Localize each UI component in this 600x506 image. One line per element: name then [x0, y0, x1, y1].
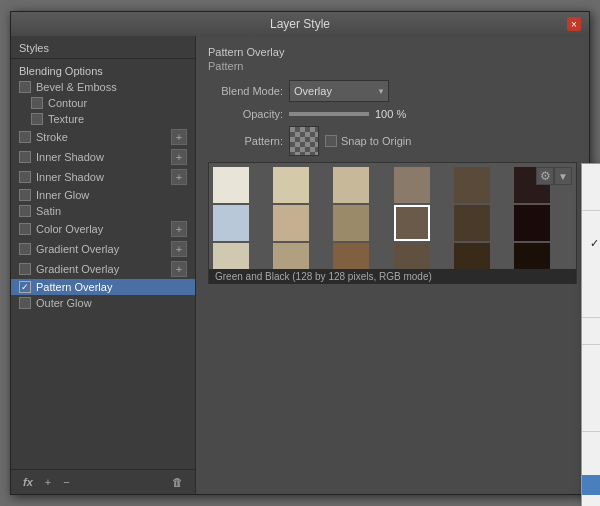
snap-checkbox[interactable] [325, 135, 337, 147]
satin-checkbox[interactable] [19, 205, 31, 217]
blend-mode-select[interactable]: Overlay Normal Multiply [289, 80, 389, 102]
pattern-cell-8[interactable] [273, 205, 309, 241]
add-layer-style-button[interactable]: + [41, 474, 55, 490]
remove-layer-style-button[interactable]: − [59, 474, 73, 490]
menu-separator-1 [582, 210, 600, 211]
pattern-cell-9[interactable] [333, 205, 369, 241]
satin-item[interactable]: Satin [11, 203, 195, 219]
layer-style-window: Layer Style × Styles Blending Options Be… [10, 11, 590, 495]
pattern-overlay-item[interactable]: ✓ Pattern Overlay [11, 279, 195, 295]
inner-glow-item[interactable]: Inner Glow [11, 187, 195, 203]
pattern-cell-10[interactable] [394, 205, 430, 241]
snap-label: Snap to Origin [341, 135, 411, 147]
gradient-overlay-add-button[interactable]: + [171, 241, 187, 257]
menu-color-paper[interactable]: Color Paper [582, 475, 600, 495]
pattern-grid-area: ⚙ ▼ [208, 162, 577, 284]
gradient-overlay-checkbox[interactable] [19, 243, 31, 255]
pattern-cell-5[interactable] [454, 167, 490, 203]
color-overlay-item[interactable]: Color Overlay + [11, 219, 195, 239]
pattern-overlay-checkbox[interactable]: ✓ [19, 281, 31, 293]
small-thumbnail-check: ✓ [590, 237, 599, 250]
pattern-tooltip: Green and Black (128 by 128 pixels, RGB … [209, 269, 576, 284]
menu-text-only[interactable]: Text Only [582, 214, 600, 234]
pattern-cell-2[interactable] [273, 167, 309, 203]
opacity-value: 100 % [375, 108, 410, 120]
blend-mode-select-wrapper: Overlay Normal Multiply [289, 80, 389, 102]
right-panel: Pattern Overlay Pattern Blend Mode: Over… [196, 36, 589, 494]
menu-reset-patterns[interactable]: Reset Patterns... [582, 348, 600, 368]
window-title: Layer Style [33, 17, 567, 31]
texture-checkbox[interactable] [31, 113, 43, 125]
opacity-row: Opacity: 100 % [208, 108, 577, 120]
bevel-emboss-checkbox[interactable] [19, 81, 31, 93]
blend-mode-label: Blend Mode: [208, 85, 283, 97]
panel-title: Pattern Overlay [208, 46, 577, 58]
close-button[interactable]: × [567, 17, 581, 31]
texture-item[interactable]: Texture [11, 111, 195, 127]
context-menu: Rename Pattern... Delete Pattern Text On… [581, 163, 600, 506]
opacity-slider-fill [289, 112, 369, 116]
pattern-cell-3[interactable] [333, 167, 369, 203]
gradient-overlay-2-item[interactable]: Gradient Overlay + [11, 259, 195, 279]
pattern-cell-7[interactable] [213, 205, 249, 241]
menu-large-list[interactable]: Large List [582, 294, 600, 314]
inner-shadow-1-checkbox[interactable] [19, 151, 31, 163]
menu-artists-brushes-canvas[interactable]: Artists Brushes Canvas [582, 455, 600, 475]
inner-shadow-2-add-button[interactable]: + [171, 169, 187, 185]
pattern-cell-11[interactable] [454, 205, 490, 241]
content-area: Styles Blending Options Bevel & Emboss C… [11, 36, 589, 494]
inner-shadow-2-checkbox[interactable] [19, 171, 31, 183]
color-overlay-add-button[interactable]: + [171, 221, 187, 237]
pattern-cell-12[interactable] [514, 205, 550, 241]
menu-replace-patterns[interactable]: Replace Patterns... [582, 408, 600, 428]
delete-layer-style-button[interactable]: 🗑 [168, 474, 187, 490]
stroke-add-button[interactable]: + [171, 129, 187, 145]
inner-glow-checkbox[interactable] [19, 189, 31, 201]
gradient-overlay-item[interactable]: Gradient Overlay + [11, 239, 195, 259]
gradient-overlay-2-checkbox[interactable] [19, 263, 31, 275]
pattern-scroll-button[interactable]: ▼ [554, 167, 572, 185]
menu-small-thumbnail[interactable]: ✓ Small Thumbnail [582, 234, 600, 254]
pattern-grid [213, 167, 572, 279]
panel-subtitle: Pattern [208, 60, 577, 72]
styles-header: Styles [11, 36, 195, 59]
pattern-label: Pattern: [208, 135, 283, 147]
menu-delete-pattern[interactable]: Delete Pattern [582, 187, 600, 207]
blending-options-item[interactable]: Blending Options [11, 63, 195, 79]
contour-item[interactable]: Contour [11, 95, 195, 111]
inner-shadow-2-item[interactable]: Inner Shadow + [11, 167, 195, 187]
outer-glow-item[interactable]: Outer Glow [11, 295, 195, 311]
menu-separator-4 [582, 431, 600, 432]
blend-mode-row: Blend Mode: Overlay Normal Multiply [208, 80, 577, 102]
inner-shadow-1-item[interactable]: Inner Shadow + [11, 147, 195, 167]
bevel-emboss-item[interactable]: Bevel & Emboss [11, 79, 195, 95]
pattern-gear-button[interactable]: ⚙ [536, 167, 554, 185]
pattern-row: Pattern: Snap to Origin [208, 126, 577, 156]
gradient-overlay-2-add-button[interactable]: + [171, 261, 187, 277]
snap-checkbox-group: Snap to Origin [325, 135, 411, 147]
stroke-item[interactable]: Stroke + [11, 127, 195, 147]
color-overlay-checkbox[interactable] [19, 223, 31, 235]
left-panel-footer: fx + − 🗑 [11, 469, 195, 494]
stroke-checkbox[interactable] [19, 131, 31, 143]
menu-load-patterns[interactable]: Load Patterns... [582, 368, 600, 388]
opacity-label: Opacity: [208, 108, 283, 120]
menu-separator-2 [582, 317, 600, 318]
inner-shadow-1-add-button[interactable]: + [171, 149, 187, 165]
fx-button[interactable]: fx [19, 474, 37, 490]
opacity-slider[interactable] [289, 112, 369, 116]
pattern-cell-1[interactable] [213, 167, 249, 203]
menu-save-patterns[interactable]: Save Patterns... [582, 388, 600, 408]
menu-large-thumbnail[interactable]: Large Thumbnail [582, 254, 600, 274]
menu-preset-manager[interactable]: Preset Manager... [582, 321, 600, 341]
contour-checkbox[interactable] [31, 97, 43, 109]
outer-glow-checkbox[interactable] [19, 297, 31, 309]
menu-rename-pattern[interactable]: Rename Pattern... [582, 167, 600, 187]
pattern-cell-4[interactable] [394, 167, 430, 203]
menu-erodible-textures[interactable]: Erodible Textures [582, 495, 600, 506]
pattern-preview[interactable] [289, 126, 319, 156]
title-bar: Layer Style × [11, 12, 589, 36]
styles-list: Blending Options Bevel & Emboss Contour … [11, 59, 195, 469]
menu-small-list[interactable]: Small List [582, 274, 600, 294]
menu-artist-surfaces[interactable]: Artist Surfaces [582, 435, 600, 455]
